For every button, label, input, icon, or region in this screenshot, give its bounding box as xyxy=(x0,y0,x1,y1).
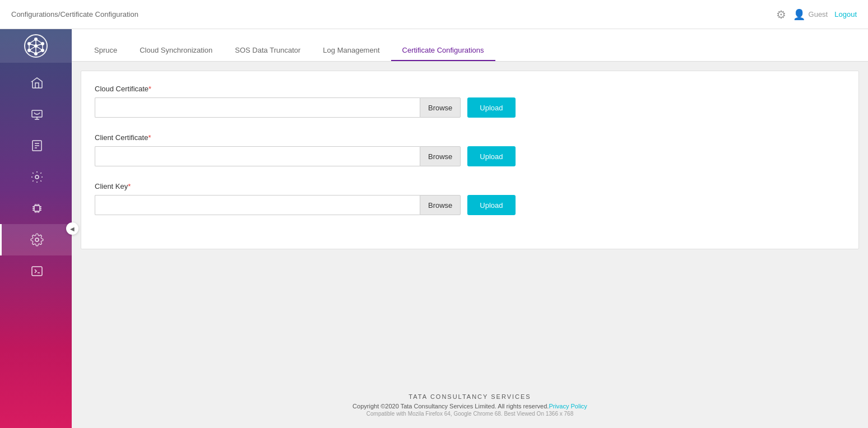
privacy-policy-link[interactable]: Privacy Policy xyxy=(549,403,587,410)
breadcrumb: Configurations/Certificate Configuration xyxy=(0,10,138,18)
reports-icon xyxy=(30,139,44,152)
footer-brand: TATA CONSULTANCY SERVICES xyxy=(83,392,857,401)
user-section: 👤 Guest xyxy=(793,8,828,21)
tab-spruce[interactable]: Spruce xyxy=(83,40,128,61)
terminal-icon xyxy=(30,264,44,278)
client-cert-upload-button[interactable]: Upload xyxy=(467,146,515,166)
svg-line-11 xyxy=(29,50,36,54)
cert-config-panel: Cloud Certificate* Browse Upload Client … xyxy=(81,71,859,249)
sidebar-item-system[interactable] xyxy=(0,193,72,224)
sidebar-item-reports[interactable] xyxy=(0,130,72,161)
app-body: ◀ xyxy=(0,29,868,428)
client-cert-group: Client Certificate* Browse Upload xyxy=(95,133,845,166)
cloud-cert-group: Cloud Certificate* Browse Upload xyxy=(95,85,845,118)
svg-rect-20 xyxy=(32,110,42,117)
cloud-cert-required: * xyxy=(148,85,151,93)
client-cert-label: Client Certificate* xyxy=(95,133,845,142)
client-key-label: Client Key* xyxy=(95,182,845,190)
client-key-browse-button[interactable]: Browse xyxy=(420,195,461,215)
cloud-cert-label: Cloud Certificate* xyxy=(95,85,845,93)
config-icon xyxy=(30,233,44,246)
client-cert-browse-button[interactable]: Browse xyxy=(420,146,461,166)
tab-cloud-sync[interactable]: Cloud Synchronization xyxy=(128,40,224,61)
svg-line-13 xyxy=(29,39,36,44)
client-cert-input-row: Browse Upload xyxy=(95,146,845,166)
client-key-upload-button[interactable]: Upload xyxy=(467,195,515,215)
app-logo-icon xyxy=(22,32,49,59)
sidebar-item-settings[interactable] xyxy=(0,161,72,193)
user-avatar-icon: 👤 xyxy=(793,8,805,21)
svg-line-10 xyxy=(36,50,43,54)
sidebar-item-terminal[interactable] xyxy=(0,255,72,287)
client-key-required: * xyxy=(128,182,131,190)
chip-icon xyxy=(30,202,44,215)
svg-point-25 xyxy=(35,175,39,179)
settings-icon xyxy=(30,170,44,184)
svg-rect-26 xyxy=(34,206,40,211)
sidebar: ◀ xyxy=(0,29,72,428)
tabs-bar: Spruce Cloud Synchronization SOS Data Tr… xyxy=(72,29,868,62)
tab-sos[interactable]: SOS Data Truncator xyxy=(224,40,312,61)
client-key-input-row: Browse Upload xyxy=(95,195,845,215)
guest-label: Guest xyxy=(809,10,828,18)
sidebar-nav xyxy=(0,63,72,287)
monitor-icon xyxy=(30,108,44,121)
footer-copyright: Copyright ©2020 Tata Consultancy Service… xyxy=(83,403,857,410)
tab-log-mgmt[interactable]: Log Management xyxy=(312,40,391,61)
client-key-text-input[interactable] xyxy=(95,195,420,215)
sidebar-collapse-button[interactable]: ◀ xyxy=(66,222,78,235)
footer-compat: Compatible with Mozila Firefox 64, Googl… xyxy=(83,411,857,417)
client-cert-text-input[interactable] xyxy=(95,146,420,166)
footer: TATA CONSULTANCY SERVICES Copyright ©202… xyxy=(72,380,868,428)
svg-line-18 xyxy=(29,46,36,50)
header-right: ⚙ 👤 Guest Logout xyxy=(776,8,857,21)
sidebar-item-home[interactable] xyxy=(0,67,72,99)
sidebar-item-config[interactable] xyxy=(0,224,72,255)
home-icon xyxy=(30,76,44,90)
sidebar-logo xyxy=(0,29,72,63)
cloud-cert-input-row: Browse Upload xyxy=(95,97,845,118)
svg-line-16 xyxy=(36,46,43,50)
client-key-group: Client Key* Browse Upload xyxy=(95,182,845,215)
main-content: Spruce Cloud Synchronization SOS Data Tr… xyxy=(72,29,868,428)
cloud-cert-upload-button[interactable]: Upload xyxy=(467,97,515,118)
svg-line-8 xyxy=(36,39,43,44)
top-header: Configurations/Certificate Configuration… xyxy=(0,0,868,29)
cloud-cert-text-input[interactable] xyxy=(95,97,420,118)
sidebar-item-monitor[interactable] xyxy=(0,99,72,130)
cloud-cert-browse-button[interactable]: Browse xyxy=(420,97,461,118)
client-cert-required: * xyxy=(148,133,151,142)
tab-cert-config[interactable]: Certificate Configurations xyxy=(391,40,495,61)
svg-point-27 xyxy=(35,238,39,241)
logout-button[interactable]: Logout xyxy=(834,10,857,18)
gear-icon[interactable]: ⚙ xyxy=(776,8,786,21)
